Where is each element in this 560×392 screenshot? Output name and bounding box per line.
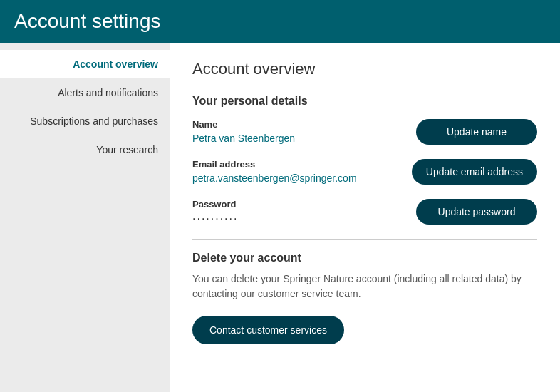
name-label: Name [192,119,416,130]
page-header: Account settings [0,0,560,43]
password-field-info: Password ·········· [192,199,416,225]
page-title: Account settings [14,10,546,33]
name-field-row: Name Petra van Steenbergen Update name [192,119,537,145]
email-field-row: Email address petra.vansteenbergen@sprin… [192,159,537,185]
personal-details-title: Your personal details [192,95,537,108]
delete-title: Delete your account [192,252,537,264]
name-field-info: Name Petra van Steenbergen [192,119,416,144]
sidebar: Account overview Alerts and notification… [0,43,170,392]
password-label: Password [192,199,416,210]
sidebar-item-your-research[interactable]: Your research [0,135,170,164]
main-content: Account overview Your personal details N… [170,43,560,392]
delete-description: You can delete your Springer Nature acco… [192,272,537,301]
name-value: Petra van Steenbergen [192,133,416,144]
update-name-button[interactable]: Update name [416,119,537,145]
update-email-button[interactable]: Update email address [412,159,537,185]
sidebar-item-alerts-notifications[interactable]: Alerts and notifications [0,78,170,107]
divider [192,239,537,240]
section-title: Account overview [192,60,537,86]
password-value: ·········· [192,212,416,225]
sidebar-item-subscriptions-purchases[interactable]: Subscriptions and purchases [0,107,170,135]
update-password-button[interactable]: Update password [416,199,537,225]
body-wrap: Account overview Alerts and notification… [0,43,560,392]
email-value: petra.vansteenbergen@springer.com [192,172,412,184]
sidebar-item-account-overview[interactable]: Account overview [0,50,170,78]
email-label: Email address [192,159,412,170]
delete-section: Delete your account You can delete your … [192,252,537,344]
email-field-info: Email address petra.vansteenbergen@sprin… [192,159,412,184]
contact-customer-services-button[interactable]: Contact customer services [192,316,344,344]
password-field-row: Password ·········· Update password [192,199,537,225]
